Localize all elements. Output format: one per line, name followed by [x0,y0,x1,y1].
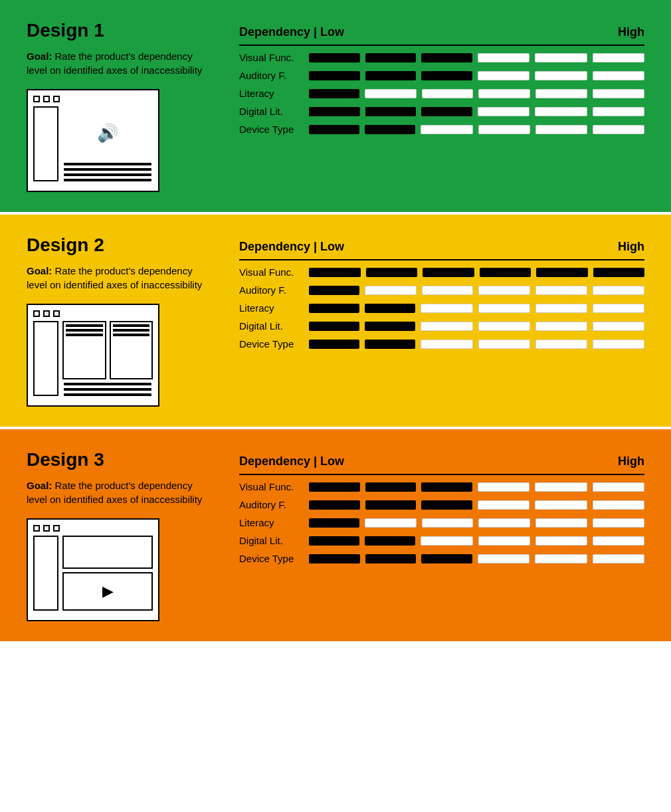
dep-bars-4 [309,554,644,563]
dep-bar-2-2 [422,518,474,528]
dep-header: Dependency | Low High [239,449,644,475]
wf-top-block [62,536,153,569]
wf-dot [33,525,40,532]
design-1-left: Design 1 Goal: Rate the product's depend… [27,20,213,192]
dep-bar-2-4 [535,304,587,313]
wf-col-line [113,329,150,332]
design-3-panel: Design 3 Goal: Rate the product's depend… [0,429,671,641]
dep-bar-2-1 [365,89,417,98]
dep-bar-4-5 [593,554,645,563]
dep-bar-2-1 [365,518,417,528]
dep-row-3: Digital Lit. [239,102,644,120]
dep-bar-1-2 [421,500,472,510]
dep-bar-3-2 [421,536,472,546]
dep-bar-4-1 [365,340,415,349]
design-3-goal: Goal: Rate the product's dependency leve… [27,478,213,506]
dep-table: Dependency | Low High Visual Func. Audit… [239,235,644,353]
dep-bar-0-1 [365,53,417,62]
dep-bar-3-0 [309,536,359,546]
dep-label-3: Digital Lit. [239,106,302,117]
dep-bar-4-4 [535,125,587,134]
wf-audio-icon: 🔊 [62,106,153,159]
dep-bar-1-3 [478,500,530,510]
dep-bar-2-4 [535,89,587,98]
dep-bar-3-5 [593,536,644,546]
dep-bar-1-0 [309,500,360,510]
dep-label-4: Device Type [239,338,302,350]
dep-label-1: Auditory F. [239,499,302,510]
dep-bar-3-2 [421,107,472,116]
design-2-left: Design 2 Goal: Rate the product's depend… [27,235,213,407]
dep-bar-4-0 [309,554,360,563]
dep-bar-2-3 [478,518,530,528]
dep-bar-0-4 [536,268,588,277]
wf-main [62,321,153,396]
dep-bar-4-2 [421,340,472,349]
wireframe-audio: 🔊 [27,89,159,192]
wf-main: 🔊 [62,106,153,181]
wf-play-icon: ▶ [62,572,153,611]
wf-line [64,163,151,165]
dep-bars-4 [309,125,644,134]
dep-label-4: Device Type [239,124,302,135]
dep-bars-3 [309,107,644,116]
dep-bar-1-1 [365,286,417,295]
wf-dot [33,96,40,102]
dep-bar-2-5 [593,304,644,313]
dep-bar-2-0 [309,89,359,98]
design-2-right: Dependency | Low High Visual Func. Audit… [239,235,644,353]
dep-bar-4-4 [535,340,587,349]
dep-bar-1-0 [309,71,360,80]
dep-header: Dependency | Low High [239,235,644,260]
dep-bar-0-5 [593,53,645,62]
dep-bar-3-0 [309,107,360,116]
dep-bar-3-3 [478,322,530,331]
design-3-goal-prefix: Goal: [27,480,52,491]
dep-bar-4-0 [309,340,359,349]
dep-bars-2 [309,304,644,313]
dep-label-3: Digital Lit. [239,535,302,546]
dep-bar-0-3 [478,482,530,492]
wf-line [64,168,151,171]
dep-bar-1-2 [421,71,472,80]
dep-row-4: Device Type [239,120,644,138]
dep-bar-4-0 [309,125,359,134]
dep-bar-4-4 [535,554,587,563]
dep-row-1: Auditory F. [239,496,644,514]
design-2-goal-prefix: Goal: [27,265,52,276]
dep-bar-0-2 [421,53,472,62]
dep-bar-4-2 [421,554,472,563]
dep-bar-2-0 [309,304,359,313]
dep-bar-1-4 [535,286,587,295]
dep-label-3: Digital Lit. [239,320,302,332]
wf-dot [43,310,50,317]
wireframe-content [27,304,159,407]
dep-label-2: Literacy [239,88,302,99]
wf-dot [53,525,60,532]
dep-bar-0-2 [423,268,474,277]
design-3-title: Design 3 [27,449,213,470]
dep-bar-2-2 [421,304,472,313]
dep-bars-1 [309,286,644,295]
wf-cols [62,321,153,379]
dep-label-0: Visual Func. [239,266,302,278]
design-1-title: Design 1 [27,20,213,41]
dep-bars-0 [309,53,644,62]
wf-sidebar [33,106,58,181]
dep-label-4: Device Type [239,553,302,564]
dep-row-2: Literacy [239,84,644,102]
wf-line [64,173,151,176]
wf-line [64,383,151,385]
dep-bar-3-0 [309,322,359,331]
dep-bar-0-5 [593,482,645,492]
design-1-goal-prefix: Goal: [27,51,52,62]
dep-bar-0-2 [421,482,472,492]
dep-bar-3-1 [365,536,415,546]
dep-bar-3-5 [593,322,644,331]
wf-dot [43,525,50,532]
dep-table: Dependency | Low High Visual Func. Audit… [239,449,644,567]
dep-bars-0 [309,268,644,277]
dep-bar-3-4 [535,322,587,331]
dep-bars-3 [309,322,644,331]
dep-header-low: Dependency | Low [239,455,344,468]
